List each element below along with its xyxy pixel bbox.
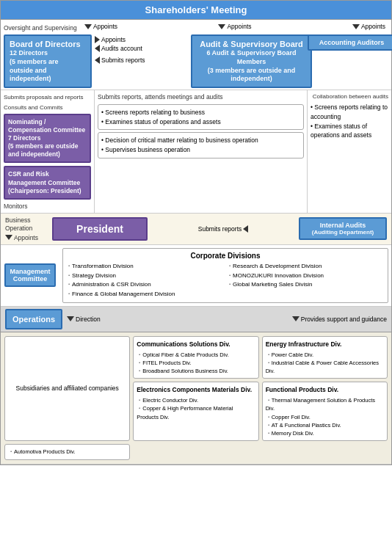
screen1-item1: • Screens reports relating to business [101, 108, 300, 117]
screens-box-2: • Screens reports relating to accounting… [311, 103, 388, 140]
automotive-products-box: ・Automotiva Products Div. [4, 444, 130, 459]
screens-box-1: • Screens reports relating to business •… [98, 104, 304, 131]
board-line2: (5 members are [10, 58, 86, 67]
submits-reports-president: Submits reports [198, 225, 249, 233]
board-title: Board of Directors [10, 39, 86, 49]
screen1-item2: • Examines status of operations and asse… [101, 117, 300, 127]
appoints-president-label: Appoints [5, 234, 49, 241]
main-container: Shareholders' Meeting Oversight and Supe… [0, 0, 392, 465]
board-line3: outside and independent) [10, 67, 86, 84]
screen2-item2: • Examines status of operations and asse… [311, 122, 388, 141]
internal-audits-subtitle: (Auditing Department) [305, 229, 381, 236]
subsidiaries-box: Subsidiaries and affiliated companies [4, 336, 130, 442]
internal-audits-title: Internal Audits [305, 222, 381, 229]
nominating-committee-box: Nominating / Compensation Committee 7 Di… [4, 114, 91, 163]
board-line1: 12 Directors [10, 49, 86, 58]
oversight-label: Oversight and Supervising [4, 23, 84, 32]
board-of-directors-box: Board of Directors 12 Directors (5 membe… [4, 34, 92, 88]
electronics-components-box: Electronics Components Materials Div. ・E… [133, 382, 258, 441]
csr-line1: (Chairperson: President) [8, 187, 87, 195]
shareholders-title: Shareholders' Meeting [145, 4, 247, 15]
internal-audits-box: Internal Audits (Auditing Department) [299, 217, 387, 240]
operations-box: Operations [5, 309, 62, 329]
decision-box: • Decision of critical matter relating t… [98, 132, 304, 158]
corporate-divisions-title: Corporate Divisions [66, 252, 385, 260]
nominating-line2: (5 members are outside and independent) [8, 142, 87, 158]
functional-products-box: Functional Products Div. ・Thermal Manage… [262, 382, 388, 441]
decision-item1: • Decision of critical matter relating t… [101, 136, 300, 145]
appoints-label-2: Appoints [218, 23, 251, 30]
audits-account-label: Audits account [95, 45, 188, 52]
collaboration-label: Collaboration between audits [311, 93, 388, 100]
csr-box: CSR and Risk Management Committee (Chair… [4, 166, 91, 199]
nominating-line1: 7 Directors [8, 134, 87, 142]
submits-proposals-label: Submits proposals and reports [4, 93, 91, 101]
appoints-label-3: Appoints [352, 23, 385, 30]
accounting-auditors-box: Accounting Auditors [308, 34, 392, 51]
appoints-audits-label: Appoints [95, 36, 188, 43]
operations-label: Operations [12, 315, 55, 324]
management-committee-box: Management Committee [4, 263, 56, 287]
appoints-label-1: Appoints [84, 23, 117, 30]
management-title: Management Committee [10, 268, 50, 283]
audit-supervisory-line3: independent) [197, 75, 306, 84]
business-operation-label: Business Operation [5, 216, 49, 233]
csr-title: CSR and Risk Management Committee [8, 170, 87, 186]
direction-label: Direction [67, 316, 101, 323]
monitors-label: Monitors [4, 203, 91, 210]
provides-support-label: Provides support and guidance [292, 316, 387, 323]
accounting-auditors-title: Accounting Auditors [319, 39, 385, 46]
audit-supervisory-line1: 6 Audit & Supervisory Board Members [197, 49, 306, 66]
submits-reports-top: Submits reports [95, 57, 188, 64]
nominating-title: Nominating / Compensation Committee [8, 118, 87, 134]
corp-div-left: ・Transformation Division ・Strategy Divis… [66, 262, 224, 299]
shareholders-header: Shareholders' Meeting [1, 1, 391, 20]
consults-commits-label: Consults and Commits [4, 104, 91, 111]
corp-div-right: ・Research & Development Division ・MONOZU… [227, 262, 385, 299]
energy-infra-box: Energy Infrastructure Div. ・Power Cable … [262, 336, 388, 379]
audit-supervisory-line2: (3 members are outside and [197, 67, 306, 76]
president-title: President [76, 223, 123, 235]
screen2-item1: • Screens reports relating to accounting [311, 103, 388, 122]
submits-attends-label: Submits reports, attends meetings and au… [98, 93, 304, 102]
audit-supervisory-box: Audit & Supervisory Board 6 Audit & Supe… [191, 34, 312, 88]
president-box: President [52, 217, 148, 241]
empty-cell [133, 444, 258, 459]
decision-item2: • Supervises business operation [101, 145, 300, 155]
audit-supervisory-title: Audit & Supervisory Board [197, 39, 306, 49]
comms-solutions-box: Communications Solutions Div. ・Optical F… [133, 336, 258, 379]
